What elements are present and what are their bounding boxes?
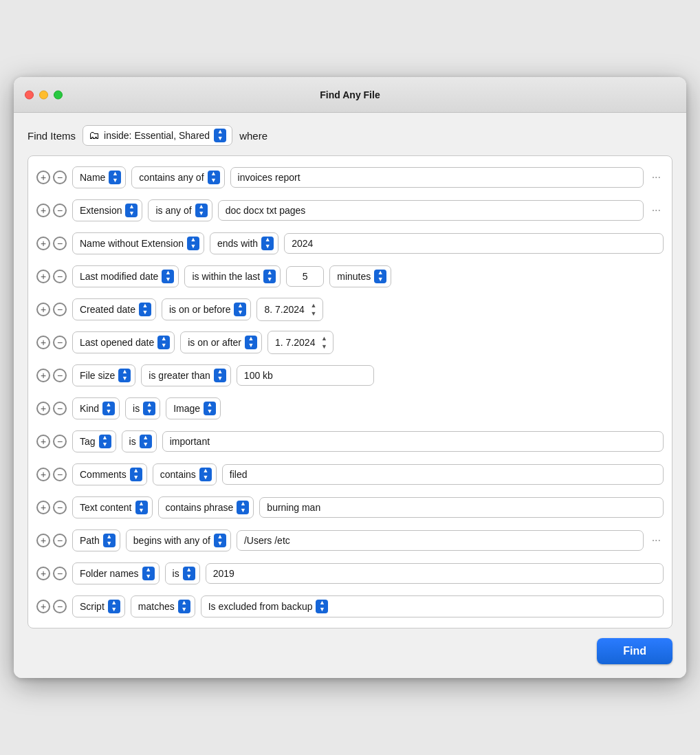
date-up-6[interactable]: ▲ [319, 335, 329, 342]
value-input-7[interactable] [237, 365, 374, 386]
field-dropdown-6[interactable]: Last opened date ▲▼ [72, 331, 175, 353]
field-stepper-11[interactable]: ▲▼ [135, 501, 148, 514]
condition-stepper-7[interactable]: ▲▼ [214, 369, 226, 382]
value-input-3[interactable] [284, 233, 664, 254]
field-dropdown-11[interactable]: Text content ▲▼ [72, 496, 153, 518]
ellipsis-2[interactable]: ··· [649, 204, 664, 217]
condition-stepper-5[interactable]: ▲▼ [234, 303, 246, 316]
add-button-5[interactable]: + [36, 303, 50, 316]
remove-button-9[interactable]: − [53, 435, 67, 448]
field-stepper-5[interactable]: ▲▼ [139, 303, 151, 316]
remove-button-6[interactable]: − [53, 336, 67, 349]
condition-dropdown-5[interactable]: is on or before ▲▼ [162, 298, 252, 320]
condition-stepper-6[interactable]: ▲▼ [245, 336, 257, 349]
add-button-11[interactable]: + [36, 501, 50, 514]
remove-button-13[interactable]: − [53, 567, 67, 580]
ellipsis-1[interactable]: ··· [649, 171, 664, 184]
remove-button-11[interactable]: − [53, 501, 67, 514]
remove-button-3[interactable]: − [53, 237, 67, 250]
value-input-12[interactable] [237, 530, 644, 551]
condition-dropdown-3[interactable]: ends with ▲▼ [210, 232, 278, 254]
field-dropdown-1[interactable]: Name ▲▼ [72, 166, 126, 188]
remove-button-7[interactable]: − [53, 369, 67, 382]
field-dropdown-2[interactable]: Extension ▲▼ [72, 199, 142, 221]
value-input-2[interactable] [218, 200, 644, 221]
add-button-10[interactable]: + [36, 468, 50, 481]
date-stepper-6[interactable]: ▲ ▼ [319, 335, 329, 350]
kind-value-stepper-8[interactable]: ▲▼ [204, 402, 216, 415]
field-stepper-7[interactable]: ▲▼ [118, 369, 131, 382]
field-dropdown-4[interactable]: Last modified date ▲▼ [72, 265, 179, 287]
condition-stepper-11[interactable]: ▲▼ [237, 501, 249, 514]
condition-stepper-4[interactable]: ▲▼ [263, 270, 276, 283]
add-button-14[interactable]: + [36, 600, 50, 613]
value-input-13[interactable] [206, 563, 664, 584]
value-input-11[interactable] [259, 497, 664, 518]
field-stepper-14[interactable]: ▲▼ [108, 600, 120, 613]
condition-dropdown-6[interactable]: is on or after ▲▼ [180, 331, 262, 353]
remove-button-2[interactable]: − [53, 204, 67, 217]
value-input-9[interactable] [162, 431, 664, 452]
maximize-button[interactable] [54, 90, 63, 99]
kind-value-dropdown-8[interactable]: Image ▲▼ [166, 397, 221, 419]
close-button[interactable] [25, 90, 34, 99]
condition-dropdown-9[interactable]: is ▲▼ [122, 430, 157, 452]
add-button-3[interactable]: + [36, 237, 50, 250]
date-up-5[interactable]: ▲ [309, 302, 318, 309]
condition-dropdown-12[interactable]: begins with any of ▲▼ [126, 529, 231, 551]
condition-stepper-8[interactable]: ▲▼ [143, 402, 155, 415]
condition-stepper-9[interactable]: ▲▼ [140, 435, 152, 448]
field-dropdown-7[interactable]: File size ▲▼ [72, 364, 135, 386]
date-stepper-5[interactable]: ▲ ▼ [309, 302, 318, 317]
condition-stepper-12[interactable]: ▲▼ [214, 534, 226, 547]
value-input-10[interactable] [222, 464, 664, 485]
script-value-dropdown-14[interactable]: Is excluded from backup ▲▼ [201, 595, 664, 617]
date-input-5[interactable]: 8. 7.2024 ▲ ▼ [256, 298, 322, 321]
field-stepper-9[interactable]: ▲▼ [99, 435, 111, 448]
field-dropdown-10[interactable]: Comments ▲▼ [72, 463, 147, 485]
field-dropdown-13[interactable]: Folder names ▲▼ [72, 562, 160, 584]
condition-dropdown-4[interactable]: is within the last ▲▼ [184, 265, 281, 287]
date-input-6[interactable]: 1. 7.2024 ▲ ▼ [267, 331, 333, 354]
field-dropdown-3[interactable]: Name without Extension ▲▼ [72, 232, 204, 254]
add-button-8[interactable]: + [36, 402, 50, 415]
add-button-7[interactable]: + [36, 369, 50, 382]
field-dropdown-12[interactable]: Path ▲▼ [72, 529, 120, 551]
remove-button-14[interactable]: − [53, 600, 67, 613]
condition-stepper-2[interactable]: ▲▼ [195, 204, 208, 217]
minimize-button[interactable] [39, 90, 48, 99]
condition-stepper-10[interactable]: ▲▼ [199, 468, 212, 481]
condition-dropdown-14[interactable]: matches ▲▼ [131, 595, 195, 617]
field-stepper-2[interactable]: ▲▼ [125, 204, 138, 217]
field-stepper-8[interactable]: ▲▼ [102, 402, 115, 415]
field-stepper-3[interactable]: ▲▼ [187, 237, 199, 250]
field-stepper-4[interactable]: ▲▼ [162, 270, 174, 283]
remove-button-10[interactable]: − [53, 468, 67, 481]
condition-stepper-13[interactable]: ▲▼ [183, 567, 195, 580]
remove-button-5[interactable]: − [53, 303, 67, 316]
field-stepper-1[interactable]: ▲▼ [109, 171, 121, 184]
field-dropdown-14[interactable]: Script ▲▼ [72, 595, 125, 617]
add-button-9[interactable]: + [36, 435, 50, 448]
unit-dropdown-4[interactable]: minutes ▲▼ [329, 265, 391, 287]
date-down-5[interactable]: ▼ [309, 310, 318, 317]
find-button[interactable]: Find [597, 638, 672, 664]
condition-stepper-14[interactable]: ▲▼ [178, 600, 190, 613]
field-stepper-12[interactable]: ▲▼ [103, 534, 116, 547]
remove-button-1[interactable]: − [53, 171, 67, 184]
ellipsis-12[interactable]: ··· [649, 534, 664, 547]
add-button-4[interactable]: + [36, 270, 50, 283]
add-button-12[interactable]: + [36, 534, 50, 547]
add-button-13[interactable]: + [36, 567, 50, 580]
condition-dropdown-2[interactable]: is any of ▲▼ [148, 199, 212, 221]
field-stepper-10[interactable]: ▲▼ [130, 468, 142, 481]
date-down-6[interactable]: ▼ [319, 343, 329, 350]
add-button-2[interactable]: + [36, 204, 50, 217]
condition-dropdown-13[interactable]: is ▲▼ [165, 562, 200, 584]
condition-dropdown-7[interactable]: is greater than ▲▼ [141, 364, 231, 386]
remove-button-8[interactable]: − [53, 402, 67, 415]
unit-stepper-4[interactable]: ▲▼ [374, 270, 386, 283]
add-button-1[interactable]: + [36, 171, 50, 184]
field-dropdown-5[interactable]: Created date ▲▼ [72, 298, 156, 320]
remove-button-12[interactable]: − [53, 534, 67, 547]
